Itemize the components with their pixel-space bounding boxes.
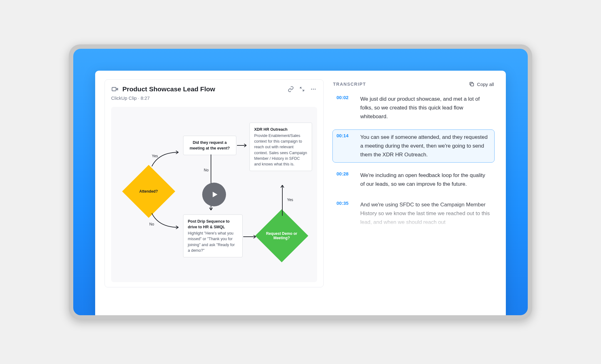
transcript-text: We're including an open feedback loop fo… xyxy=(360,171,491,189)
transcript-time[interactable]: 00:28 xyxy=(336,171,354,189)
arrow-to-xdr xyxy=(237,143,249,148)
clip-card: Product Showcase Lead Flow xyxy=(105,79,324,287)
arrow-attended-yes xyxy=(149,148,183,169)
app-window: Product Showcase Lead Flow xyxy=(95,71,506,315)
copy-all-label: Copy all xyxy=(477,82,494,87)
flow-node-xdr-title: XDR HR Outreach xyxy=(254,127,307,132)
transcript-item[interactable]: 00:28 We're including an open feedback l… xyxy=(332,168,495,192)
transcript-item[interactable]: 00:02 We just did our product showcase, … xyxy=(332,91,495,124)
flow-node-drip-title: Post Drip Sequence to drive to HR & SMQL xyxy=(188,219,238,230)
edge-label-request-no: No xyxy=(204,168,208,172)
more-icon[interactable] xyxy=(310,85,317,93)
play-icon xyxy=(211,190,219,199)
clip-header: Product Showcase Lead Flow xyxy=(111,85,317,93)
flow-node-attended-label: Attended? xyxy=(137,189,160,194)
transcript-text: You can see if someone attended, and the… xyxy=(360,133,491,159)
flow-node-demo: Request Demo or Meeting? xyxy=(255,209,308,262)
transcript-header: TRANSCRIPT Copy all xyxy=(332,79,495,91)
copy-icon xyxy=(469,81,475,87)
transcript-item[interactable]: 00:35 And we're using SFDC to see the Ca… xyxy=(332,197,495,230)
flow-node-xdr-desc: Provide Enablement/Sales context for thi… xyxy=(254,134,307,166)
flow-node-xdr: XDR HR Outreach Provide Enablement/Sales… xyxy=(249,123,312,171)
expand-icon[interactable] xyxy=(298,85,306,93)
svg-point-1 xyxy=(311,89,312,90)
arrow-attended-no xyxy=(149,210,183,232)
svg-point-2 xyxy=(313,89,314,90)
video-icon xyxy=(111,85,119,93)
flow-node-request-meeting: Did they request a meeting at the event? xyxy=(183,136,236,155)
play-button[interactable] xyxy=(202,183,226,206)
arrow-demo-yes xyxy=(280,181,285,216)
clip-subtitle: ClickUp Clip · 8:27 xyxy=(111,95,317,101)
transcript-time[interactable]: 00:35 xyxy=(336,200,354,227)
device-screen: Product Showcase Lead Flow xyxy=(73,49,528,315)
transcript-item[interactable]: 00:14 You can see if someone attended, a… xyxy=(332,129,495,163)
svg-rect-8 xyxy=(471,83,474,86)
copy-all-button[interactable]: Copy all xyxy=(469,81,494,87)
clip-canvas[interactable]: Attended? Yes No xyxy=(111,107,317,282)
edge-label-demo-yes: Yes xyxy=(287,198,293,202)
transcript-pane: TRANSCRIPT Copy all 00:02 We just did ou… xyxy=(332,79,495,315)
device-frame: Product Showcase Lead Flow xyxy=(69,44,532,320)
svg-point-3 xyxy=(315,89,316,90)
flow-node-demo-label: Request Demo or Meeting? xyxy=(263,231,300,240)
flow-node-drip-desc: Highlight "Here's what you missed" or "T… xyxy=(188,231,235,252)
clip-pane: Product Showcase Lead Flow xyxy=(105,79,324,315)
transcript-text: And we're using SFDC to see the Campaign… xyxy=(360,200,491,227)
flow-node-drip: Post Drip Sequence to drive to HR & SMQL… xyxy=(183,215,243,257)
clip-title: Product Showcase Lead Flow xyxy=(122,85,283,93)
transcript-text: We just did our product showcase, and me… xyxy=(360,95,491,121)
transcript-list: 00:02 We just did our product showcase, … xyxy=(332,91,495,230)
transcript-time[interactable]: 00:02 xyxy=(336,95,354,121)
flow-node-request-meeting-title: Did they request a meeting at the event? xyxy=(190,140,230,150)
transcript-time[interactable]: 00:14 xyxy=(336,133,354,159)
transcript-heading: TRANSCRIPT xyxy=(333,82,366,87)
link-icon[interactable] xyxy=(287,85,295,93)
